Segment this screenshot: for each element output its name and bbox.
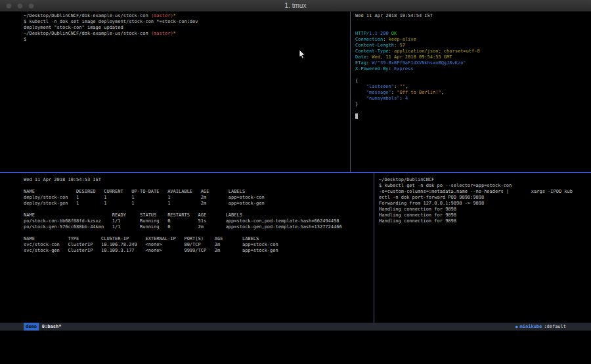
terminal-line: $ kubectl get -n dok po --selector=app=s… (379, 183, 590, 189)
kubernetes-icon: ● (515, 323, 518, 331)
terminal-line: Forwarding from 127.0.0.1:9898 -> 9898 (379, 201, 590, 207)
minimize-button[interactable] (17, 3, 23, 9)
terminal-line (355, 25, 590, 31)
terminal-line: } (355, 102, 590, 108)
terminal-line (355, 113, 590, 119)
status-right: ● minikube:default (515, 323, 566, 331)
pane-shell-set-image[interactable]: ~/Desktop/DublinCNCF/dok-example-us/stoc… (0, 12, 350, 172)
terminal-line (355, 108, 590, 113)
terminal-line: "lastseen": "", (355, 84, 590, 90)
terminal-line: Date: Wed, 11 Apr 2018 09:54:55 GMT (355, 54, 590, 60)
terminal-line: Connection: keep-alive (355, 37, 590, 43)
terminal-line: $ (24, 37, 347, 43)
terminal-line: ETag: W/"39-0xBPf9aF1dXVNkhsxoBQgJ8vKzo" (355, 60, 590, 66)
pane-kubectl-resources[interactable]: Wed 11 Apr 2018 10:54:53 IST NAME DESIRE… (0, 173, 374, 323)
terminal-line: Wed 11 Apr 2018 10:54:54 IST (355, 13, 590, 19)
terminal-line: ~/Desktop/DublinCNCF/dok-example-us/stoc… (24, 13, 347, 19)
terminal-line: { (355, 78, 590, 84)
pane-divider-vertical-top[interactable] (350, 12, 351, 172)
kube-context-label: minikube (520, 323, 542, 331)
terminal-line: Content-Type: application/json; charset=… (355, 49, 590, 54)
terminal-line (355, 19, 590, 25)
terminal-line: $ kubectl -n dok set image deployment/st… (24, 19, 347, 25)
window-title: 1. tmux (285, 2, 307, 9)
terminal-line: "message": "Off to Berlin!", (355, 90, 590, 96)
terminal-line: Handling connection for 9898 (379, 212, 590, 218)
terminal-line: Content-Length: 57 (355, 43, 590, 49)
terminal-line: ~/Desktop/DublinCNCF/dok-example-us/stoc… (24, 31, 347, 37)
terminal-line: ~/Desktop/DublinCNCF (379, 177, 590, 183)
terminal-line: deploy/stock-con 1 1 1 1 2m app=stock-co… (24, 195, 371, 201)
terminal-line: "numsymbols": 4 (355, 96, 590, 102)
terminal-line: NAME DESIRED CURRENT UP-TO-DATE AVAILABL… (24, 189, 371, 195)
terminal-line: Wed 11 Apr 2018 10:54:53 IST (24, 177, 371, 183)
window-tab-0-bash[interactable]: 0:bash* (42, 323, 62, 331)
terminal-line: X-Powered-By: Express (355, 66, 590, 72)
terminal-line: svc/stock-gen ClusterIP 10.109.3.177 <no… (24, 248, 371, 254)
pane-http-response[interactable]: Wed 11 Apr 2018 10:54:54 IST HTTP/1.1 20… (351, 12, 591, 172)
mouse-pointer-icon (299, 50, 305, 59)
terminal-line: NAME READY STATUS RESTARTS AGE LABELS (24, 212, 371, 218)
terminal-window: 1. tmux ~/Desktop/DublinCNCF/dok-example… (0, 0, 591, 331)
session-name[interactable]: demo (24, 323, 39, 331)
terminal-line: -o=custom-columns=:metadata.name --no-he… (379, 189, 590, 195)
traffic-lights (6, 3, 34, 9)
terminal-line: ectl -n dok port-forward POD 9898:9898 (379, 195, 590, 201)
terminal-line: po/stock-gen-576cc688bb-44kmn 1/1 Runnin… (24, 224, 371, 230)
tmux-status-bar: demo 0:bash* ● minikube:default (0, 323, 591, 331)
terminal-line: NAME TYPE CLUSTER-IP EXTERNAL-IP PORT(S)… (24, 236, 371, 242)
window-titlebar[interactable]: 1. tmux (0, 0, 591, 12)
terminal-line (24, 207, 371, 212)
terminal-line: svc/stock-con ClusterIP 10.106.78.249 <n… (24, 242, 371, 248)
terminal-line: Handling connection for 9898 (379, 207, 590, 212)
terminal-line: deploy/stock-gen 1 1 1 1 2m app=stock-ge… (24, 201, 371, 207)
terminal-line (355, 72, 590, 78)
terminal-line: Handling connection for 9898 (379, 218, 590, 224)
terminal-line: po/stock-con-bb68f88fd-kzsxz 1/1 Running… (24, 218, 371, 224)
close-button[interactable] (6, 3, 12, 9)
terminal-line (24, 230, 371, 236)
kube-namespace-label: :default (544, 323, 566, 331)
pane-divider-vertical-bottom[interactable] (374, 173, 374, 323)
terminal-line (24, 183, 371, 189)
zoom-button[interactable] (28, 3, 34, 9)
terminal-line: deployment "stock-con" image updated (24, 25, 347, 31)
status-left: demo 0:bash* (24, 323, 61, 331)
terminal-line: HTTP/1.1 200 OK (355, 31, 590, 37)
pane-port-forward[interactable]: ~/Desktop/DublinCNCF$ kubectl get -n dok… (375, 173, 591, 323)
